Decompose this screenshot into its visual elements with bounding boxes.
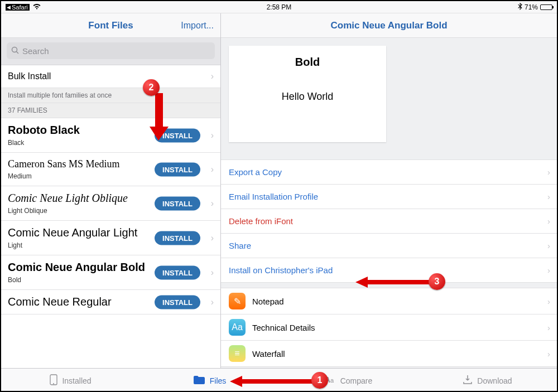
search-input[interactable]: Search bbox=[7, 42, 215, 59]
bulk-install-row[interactable]: Bulk Install › bbox=[1, 65, 220, 88]
chevron-right-icon: › bbox=[547, 192, 550, 201]
app-row[interactable]: ✎Notepad› bbox=[221, 288, 557, 314]
font-row[interactable]: Comic Neue Angular LightLightINSTALL› bbox=[1, 221, 220, 255]
install-button[interactable]: INSTALL bbox=[155, 231, 200, 245]
font-row[interactable]: Comic Neue Angular BoldBoldINSTALL› bbox=[1, 255, 220, 290]
chevron-right-icon: › bbox=[211, 268, 214, 278]
right-title: Comic Neue Angular Bold bbox=[330, 20, 447, 31]
install-button[interactable]: INSTALL bbox=[155, 295, 200, 309]
export-label: Export a Copy bbox=[229, 167, 282, 177]
tab-installed[interactable]: Installed bbox=[1, 369, 140, 392]
install-device-label: Install on Christopher's iPad bbox=[229, 265, 333, 275]
left-title: Font Files bbox=[88, 20, 133, 31]
install-button[interactable]: INSTALL bbox=[155, 265, 200, 279]
tab-label: Files bbox=[210, 376, 227, 385]
device-icon bbox=[50, 374, 57, 388]
chevron-right-icon: › bbox=[211, 130, 214, 141]
chevron-right-icon: › bbox=[211, 164, 214, 175]
font-row[interactable]: Cameron Sans MS MediumMediumINSTALL› bbox=[1, 153, 220, 186]
app-icon: Aa bbox=[229, 319, 246, 336]
family-count: 37 FAMILIES bbox=[1, 103, 220, 118]
svg-marker-8 bbox=[355, 277, 431, 288]
marker-3: 3 bbox=[429, 273, 445, 290]
right-pane: Comic Neue Angular Bold Bold Hello World… bbox=[221, 13, 557, 368]
arrow-2 bbox=[146, 93, 174, 141]
arrow-1 bbox=[230, 375, 314, 388]
chevron-right-icon: › bbox=[547, 265, 550, 275]
chevron-right-icon: › bbox=[547, 323, 550, 332]
font-row[interactable]: Roboto BlackBlackINSTALL› bbox=[1, 118, 220, 153]
app-row[interactable]: ≡Waterfall› bbox=[221, 340, 557, 367]
import-button[interactable]: Import... bbox=[181, 21, 214, 31]
left-navbar: Font Files Import... bbox=[1, 13, 220, 38]
app-label: Notepad bbox=[252, 297, 284, 306]
svg-line-1 bbox=[17, 51, 19, 54]
download-icon bbox=[463, 375, 473, 388]
font-preview-card: Bold Hello World bbox=[229, 46, 386, 142]
share-row[interactable]: Share› bbox=[221, 233, 557, 258]
app-row[interactable]: AaTechnical Details› bbox=[221, 314, 557, 341]
chevron-right-icon: › bbox=[211, 233, 214, 243]
chevron-right-icon: › bbox=[211, 199, 214, 209]
chevron-right-icon: › bbox=[547, 241, 550, 250]
status-time: 2:58 PM bbox=[1, 3, 557, 11]
bulk-subtitle: Install multiple font families at once bbox=[1, 88, 220, 103]
search-icon bbox=[11, 46, 19, 56]
email-label: Email Installation Profile bbox=[229, 192, 318, 201]
chevron-right-icon: › bbox=[547, 297, 550, 306]
marker-2: 2 bbox=[143, 79, 160, 96]
app-list: ✎Notepad›AaTechnical Details›≡Waterfall› bbox=[221, 288, 557, 367]
tab-label: Download bbox=[477, 376, 512, 385]
marker-1: 1 bbox=[311, 372, 328, 389]
actions-list: Export a Copy› Email Installation Profil… bbox=[221, 160, 557, 283]
arrow-3 bbox=[355, 275, 431, 289]
app-icon: ✎ bbox=[229, 293, 246, 309]
chevron-right-icon: › bbox=[547, 216, 550, 226]
preview-style: Bold bbox=[295, 56, 320, 69]
app-label: Waterfall bbox=[252, 349, 285, 359]
svg-point-0 bbox=[12, 47, 17, 52]
font-list: Bulk Install › Install multiple font fam… bbox=[1, 65, 220, 368]
bulk-install-label: Bulk Install bbox=[8, 71, 51, 81]
status-bar: Safari 2:58 PM 71% bbox=[1, 1, 557, 13]
battery-pct: 71% bbox=[525, 3, 538, 11]
export-copy-row[interactable]: Export a Copy› bbox=[221, 159, 557, 185]
tab-label: Compare bbox=[340, 376, 373, 385]
right-navbar: Comic Neue Angular Bold bbox=[221, 13, 557, 38]
email-profile-row[interactable]: Email Installation Profile› bbox=[221, 184, 557, 209]
chevron-right-icon: › bbox=[211, 297, 214, 307]
font-row[interactable]: Comic Neue RegularINSTALL› bbox=[1, 290, 220, 314]
app-label: Technical Details bbox=[252, 323, 315, 332]
tab-label: Installed bbox=[62, 376, 91, 385]
tab-download[interactable]: Download bbox=[418, 369, 557, 392]
delete-label: Delete from iFont bbox=[229, 216, 293, 226]
preview-sample: Hello World bbox=[282, 91, 334, 103]
svg-text:a: a bbox=[330, 377, 334, 384]
svg-marker-7 bbox=[150, 93, 169, 141]
share-label: Share bbox=[229, 241, 251, 250]
svg-marker-6 bbox=[230, 376, 314, 387]
battery-icon bbox=[540, 4, 552, 10]
install-button[interactable]: INSTALL bbox=[155, 162, 200, 176]
delete-row[interactable]: Delete from iFont› bbox=[221, 209, 557, 234]
chevron-right-icon: › bbox=[211, 71, 214, 81]
font-row[interactable]: Comic Neue Light ObliqueLight ObliqueINS… bbox=[1, 186, 220, 221]
install-button[interactable]: INSTALL bbox=[155, 196, 200, 210]
app-icon: ≡ bbox=[229, 345, 246, 362]
chevron-right-icon: › bbox=[547, 349, 550, 359]
search-bar: Search bbox=[1, 38, 220, 65]
folder-icon bbox=[193, 375, 205, 387]
search-placeholder: Search bbox=[22, 46, 49, 56]
svg-point-3 bbox=[53, 383, 54, 384]
left-pane: Font Files Import... Search Bulk Install… bbox=[1, 13, 221, 368]
bluetooth-icon bbox=[518, 3, 522, 12]
chevron-right-icon: › bbox=[547, 167, 550, 177]
